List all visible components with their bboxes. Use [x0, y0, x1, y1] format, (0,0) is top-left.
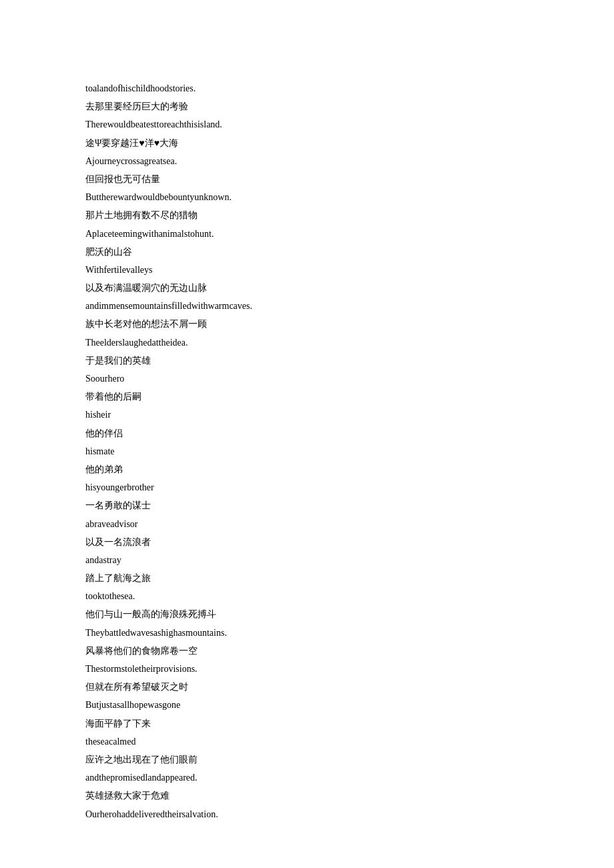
text-line: abraveadvisor	[85, 516, 529, 532]
text-line: andimmensemountainsfilledwithwarmcaves.	[85, 298, 529, 314]
text-line: Ourherohaddeliveredtheirsalvation.	[85, 806, 529, 823]
text-line: Thestormstoletheirprovisions.	[85, 661, 529, 677]
text-line: andastray	[85, 552, 529, 568]
text-line: toalandofhischildhoodstories.	[85, 80, 529, 97]
text-line: theseacalmed	[85, 733, 529, 750]
text-line: Buttherewardwouldbebountyunknown.	[85, 189, 529, 205]
text-line: 族中长老对他的想法不屑一顾	[85, 316, 529, 332]
text-line: andthepromisedlandappeared.	[85, 769, 529, 786]
text-line: 带着他的后嗣	[85, 388, 529, 405]
text-line: hisyoungerbrother	[85, 479, 529, 496]
text-line: Withfertilevalleys	[85, 262, 529, 278]
text-line: 去那里要经历巨大的考验	[85, 98, 529, 115]
text-line: 以及一名流浪者	[85, 534, 529, 550]
text-line: 以及布满温暖洞穴的无边山脉	[85, 280, 529, 296]
text-line: hismate	[85, 443, 529, 460]
text-line: 肥沃的山谷	[85, 244, 529, 260]
text-line: Theelderslaughedattheidea.	[85, 334, 529, 351]
text-line: 但就在所有希望破灭之时	[85, 679, 529, 695]
text-line: 但回报也无可估量	[85, 171, 529, 187]
text-line: 应许之地出现在了他们眼前	[85, 751, 529, 768]
text-line: Soourhero	[85, 370, 529, 387]
text-line: Therewouldbeatesttoreachthisisland.	[85, 116, 529, 133]
text-line: Butjustasallhopewasgone	[85, 697, 529, 713]
text-line: 他们与山一般高的海浪殊死搏斗	[85, 606, 529, 622]
text-line: 于是我们的英雄	[85, 352, 529, 369]
text-line: 他的弟弟	[85, 461, 529, 478]
text-line: 他的伴侣	[85, 425, 529, 442]
text-line: 一名勇敢的谋士	[85, 497, 529, 514]
text-line: 途Ψ要穿越汪♥洋♥大海	[85, 135, 529, 151]
text-line: Theybattledwavesashighasmountains.	[85, 624, 529, 641]
text-line: Aplaceteemingwithanimalstohunt.	[85, 226, 529, 242]
text-line: 风暴将他们的食物席卷一空	[85, 642, 529, 659]
text-line: 海面平静了下来	[85, 715, 529, 732]
text-line: 英雄拯救大家于危难	[85, 787, 529, 804]
text-line: hisheir	[85, 406, 529, 423]
text-line: 踏上了航海之旅	[85, 570, 529, 586]
main-content: toalandofhischildhoodstories.去那里要经历巨大的考验…	[85, 80, 529, 823]
text-line: tooktothesea.	[85, 588, 529, 604]
text-line: Ajourneycrossagreatsea.	[85, 153, 529, 169]
text-line: 那片土地拥有数不尽的猎物	[85, 207, 529, 224]
